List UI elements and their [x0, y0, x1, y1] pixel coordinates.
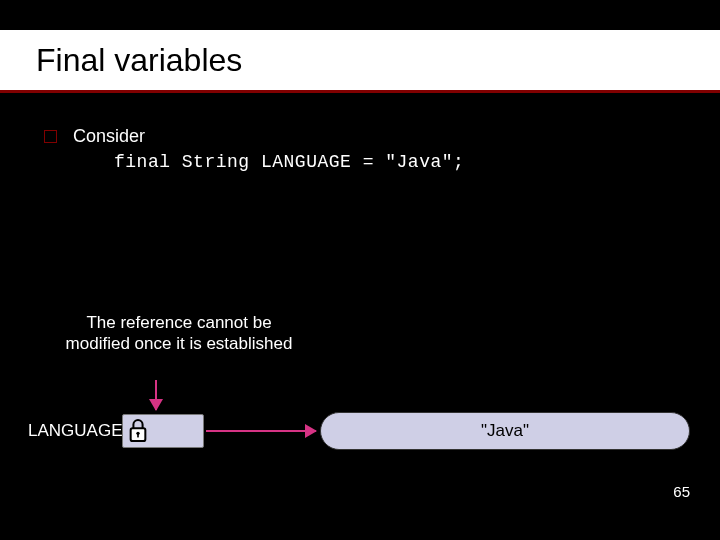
bullet-text: Consider — [73, 124, 145, 148]
note-text: The reference cannot be modified once it… — [64, 312, 294, 355]
bullet-icon — [44, 130, 57, 143]
slide: Final variables Consider final String LA… — [0, 0, 720, 540]
page-number: 65 — [673, 483, 690, 500]
slide-title: Final variables — [36, 42, 242, 79]
bullet-row: Consider — [44, 124, 680, 148]
reference-box — [122, 414, 204, 448]
value-oval: "Java" — [320, 412, 690, 450]
variable-label: LANGUAGE — [28, 421, 122, 441]
lock-icon — [127, 417, 149, 445]
title-bar: Final variables — [0, 30, 720, 90]
title-underline — [0, 90, 720, 93]
arrow-right-icon — [206, 430, 316, 432]
arrow-down-icon — [155, 380, 157, 410]
value-text: "Java" — [481, 421, 529, 441]
code-line: final String LANGUAGE = "Java"; — [114, 150, 680, 174]
body: Consider final String LANGUAGE = "Java"; — [44, 124, 680, 175]
svg-rect-2 — [137, 434, 139, 438]
